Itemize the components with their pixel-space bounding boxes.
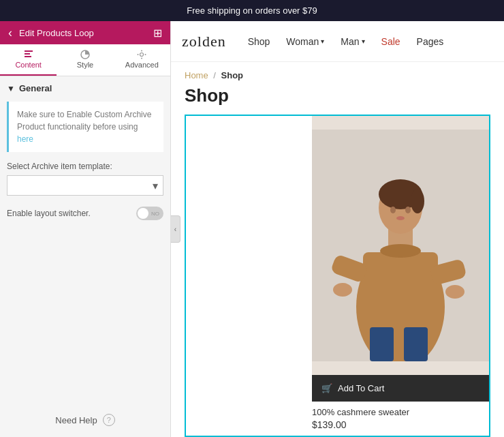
- svg-point-18: [396, 216, 405, 220]
- svg-point-4: [140, 53, 144, 57]
- nav-sale[interactable]: Sale: [381, 36, 400, 47]
- info-link[interactable]: here: [17, 134, 33, 144]
- svg-rect-24: [370, 327, 394, 361]
- shipping-message: Free shipping on orders over $79: [187, 5, 317, 16]
- svg-point-8: [145, 54, 146, 55]
- svg-point-5: [141, 50, 142, 52]
- layout-switcher-toggle[interactable]: NO: [136, 207, 163, 220]
- svg-point-7: [138, 54, 139, 55]
- tab-style[interactable]: Style: [57, 44, 113, 76]
- svg-point-22: [445, 285, 464, 299]
- collapse-handle[interactable]: ‹: [171, 215, 180, 243]
- need-help-label: Need Help: [55, 415, 97, 425]
- layout-switcher-label: Enable layout switcher.: [7, 209, 91, 218]
- content-area: zolden Shop Woman ▾ Man ▾ Sale Pages Hom…: [171, 21, 504, 437]
- nav-woman[interactable]: Woman ▾: [286, 36, 324, 47]
- svg-point-6: [141, 58, 142, 59]
- product-grid-area: 🛒 Add To Cart 100% cashmere sweater $139…: [171, 115, 504, 437]
- svg-rect-2: [25, 56, 31, 57]
- layout-switcher-row: Enable layout switcher. NO: [7, 207, 163, 220]
- advanced-tab-icon: [137, 50, 146, 59]
- woman-chevron-icon: ▾: [321, 37, 324, 45]
- svg-rect-25: [404, 327, 428, 361]
- tab-advanced[interactable]: Advanced: [114, 44, 170, 76]
- archive-template-select-wrapper: [7, 175, 163, 196]
- store-nav: zolden Shop Woman ▾ Man ▾ Sale Pages: [171, 21, 504, 62]
- cart-icon: 🛒: [321, 383, 332, 393]
- page-title: Shop: [171, 81, 504, 115]
- breadcrumb-separator: /: [213, 70, 216, 80]
- product-info: 100% cashmere sweater $139.00: [312, 402, 489, 436]
- svg-point-16: [390, 207, 396, 213]
- svg-point-23: [380, 244, 421, 258]
- breadcrumb-current: Shop: [221, 70, 244, 80]
- top-bar: Free shipping on orders over $79: [0, 0, 504, 21]
- product-name: 100% cashmere sweater: [312, 407, 489, 417]
- nav-man[interactable]: Man ▾: [341, 36, 364, 47]
- sidebar: ‹ Edit Products Loop ⊞ Content Styl: [0, 21, 171, 437]
- breadcrumb-home[interactable]: Home: [185, 70, 208, 80]
- sidebar-bottom: Need Help ?: [0, 403, 170, 437]
- section-chevron: ▼: [7, 84, 15, 93]
- sidebar-title: Edit Products Loop: [19, 28, 94, 38]
- store-logo: zolden: [182, 33, 226, 50]
- product-image: [312, 116, 489, 375]
- grid-icon[interactable]: ⊞: [153, 27, 162, 40]
- product-card: 🛒 Add To Cart 100% cashmere sweater $139…: [312, 116, 489, 436]
- help-icon[interactable]: ?: [103, 414, 115, 426]
- product-grid-container: 🛒 Add To Cart 100% cashmere sweater $139…: [185, 115, 490, 437]
- add-to-cart-label: Add To Cart: [338, 383, 384, 393]
- sidebar-tabs: Content Style Advanced: [0, 44, 170, 76]
- svg-rect-1: [25, 53, 30, 55]
- man-chevron-icon: ▾: [362, 37, 365, 45]
- nav-shop[interactable]: Shop: [248, 36, 270, 47]
- product-price: $139.00: [312, 419, 489, 430]
- section-general: ▼ General: [7, 83, 163, 93]
- archive-template-select[interactable]: [7, 175, 163, 196]
- archive-template-label: Select Archive item template:: [7, 162, 163, 171]
- svg-point-21: [333, 283, 352, 297]
- product-image-svg: [312, 130, 489, 361]
- add-to-cart-button[interactable]: 🛒 Add To Cart: [312, 375, 489, 402]
- content-tab-icon: [24, 50, 33, 59]
- svg-rect-0: [25, 50, 33, 52]
- sidebar-header: ‹ Edit Products Loop ⊞: [0, 21, 170, 44]
- info-box: Make sure to Enable Custom Archive Produ…: [7, 102, 163, 152]
- tab-content[interactable]: Content: [0, 44, 57, 76]
- back-icon[interactable]: ‹: [8, 26, 12, 40]
- breadcrumb: Home / Shop: [171, 62, 504, 81]
- nav-pages[interactable]: Pages: [417, 36, 444, 47]
- sidebar-content: ▼ General Make sure to Enable Custom Arc…: [0, 76, 170, 403]
- svg-point-17: [405, 207, 411, 213]
- style-tab-icon: [80, 50, 90, 59]
- svg-point-15: [411, 189, 424, 213]
